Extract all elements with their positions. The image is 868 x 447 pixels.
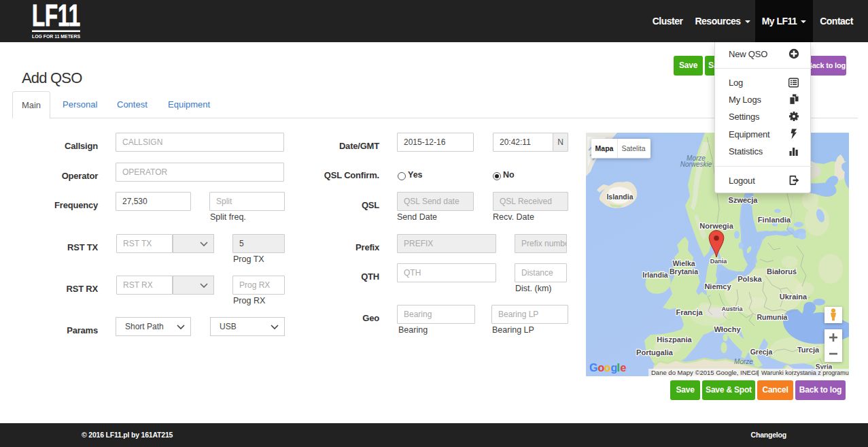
svg-text:Szwecja: Szwecja — [729, 196, 759, 204]
svg-text:Austria: Austria — [721, 305, 743, 312]
svg-text:e: e — [621, 362, 627, 374]
svg-text:Warunki korzystania z programu: Warunki korzystania z programu — [761, 369, 849, 376]
svg-text:LF11: LF11 — [32, 1, 80, 33]
svg-text:Grecja: Grecja — [750, 348, 773, 356]
svg-text:Niemcy: Niemcy — [704, 282, 731, 291]
svg-text:Białoruś: Białoruś — [767, 267, 797, 276]
svg-text:Norwegia: Norwegia — [699, 222, 733, 230]
svg-text:Rumunia: Rumunia — [757, 313, 788, 321]
svg-text:Wielka: Wielka — [672, 259, 695, 267]
svg-text:Turcja: Turcja — [797, 346, 820, 354]
svg-text:Hiszpania: Hiszpania — [657, 335, 692, 344]
svg-text:Brytania: Brytania — [670, 267, 698, 276]
svg-text:Satelita: Satelita — [621, 144, 645, 152]
svg-text:G: G — [589, 362, 597, 374]
svg-text:LOG FOR 11 METERS: LOG FOR 11 METERS — [32, 33, 81, 39]
svg-text:o: o — [598, 362, 605, 374]
svg-text:Mapa: Mapa — [595, 144, 614, 152]
svg-text:Morze: Morze — [734, 358, 753, 365]
svg-text:l: l — [617, 362, 620, 374]
svg-text:Irlandia: Irlandia — [642, 271, 668, 279]
svg-text:Finlandia: Finlandia — [758, 216, 791, 224]
svg-text:Włochy: Włochy — [714, 325, 741, 333]
svg-text:Ukraina: Ukraina — [780, 293, 808, 301]
svg-text:Polska: Polska — [737, 275, 762, 283]
svg-text:Islandia: Islandia — [606, 193, 633, 201]
svg-text:|: | — [757, 369, 759, 376]
svg-text:Portugalia: Portugalia — [636, 348, 674, 357]
svg-text:Dane do Mapy ©2015 Google, INE: Dane do Mapy ©2015 Google, INEGI — [651, 369, 758, 376]
svg-text:Francja: Francja — [676, 308, 703, 316]
svg-text:Norweskie: Norweskie — [680, 161, 712, 168]
svg-text:Dania: Dania — [710, 258, 728, 265]
svg-text:o: o — [604, 362, 611, 374]
